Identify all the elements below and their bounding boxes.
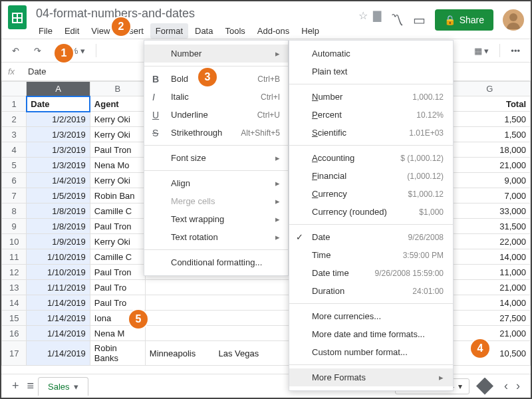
cell[interactable]: 7,000	[449, 188, 531, 203]
cell[interactable]: 33,000	[449, 203, 531, 219]
num-plaintext[interactable]: Plain text	[289, 63, 453, 80]
num-accounting[interactable]: Accounting$ (1,000.12)	[289, 149, 453, 167]
cell[interactable]: Camille C	[90, 249, 145, 265]
merge-icon[interactable]: ▦ ▾	[470, 43, 493, 59]
num-currency-rounded[interactable]: Currency (rounded)$1,000	[289, 203, 453, 221]
menu-format[interactable]: Format	[150, 23, 188, 39]
cell[interactable]: Robin Banks	[90, 341, 145, 366]
avatar[interactable]	[503, 9, 524, 31]
cell[interactable]: Paul Tro	[90, 280, 145, 295]
cell[interactable]: 1/5/2019	[27, 188, 90, 203]
num-percent[interactable]: Percent10.12%	[289, 106, 453, 124]
cell[interactable]: 1/4/2019	[27, 173, 90, 188]
doc-title[interactable]: 04-format-numbers-and-dates	[33, 5, 354, 22]
trend-icon[interactable]: 〽	[390, 13, 404, 28]
cell[interactable]: 1/3/2019	[27, 142, 90, 158]
cell[interactable]: 1/9/2019	[27, 234, 90, 249]
row-header[interactable]: 11	[2, 249, 27, 265]
cell[interactable]: 1/10/2019	[27, 249, 90, 265]
row-header[interactable]: 15	[2, 311, 27, 326]
row-header[interactable]: 3	[2, 127, 27, 142]
cell[interactable]: 1/11/2019	[27, 280, 90, 295]
folder-icon[interactable]: ▇	[373, 9, 381, 22]
cell[interactable]: 1,500	[449, 127, 531, 142]
format-wrap[interactable]: Text wrapping▸	[144, 210, 288, 228]
cell[interactable]: 11,000	[449, 265, 531, 280]
cell[interactable]: Paul Tron	[90, 142, 145, 158]
cell[interactable]: Paul Tron	[90, 265, 145, 280]
cell[interactable]: 18,000	[449, 142, 531, 158]
cell[interactable]: 1/14/2019	[27, 295, 90, 311]
cell-A1[interactable]: Date	[27, 96, 90, 112]
redo-icon[interactable]: ↷	[30, 43, 45, 59]
cell[interactable]: Kerry Oki	[90, 127, 145, 142]
formula-content[interactable]: Date	[28, 66, 46, 76]
row-header[interactable]: 7	[2, 188, 27, 203]
row-header[interactable]: 10	[2, 234, 27, 249]
menu-addons[interactable]: Add-ons	[252, 23, 295, 39]
cell[interactable]: 1/8/2019	[27, 203, 90, 219]
cell[interactable]: 1/14/2019	[27, 341, 90, 366]
undo-icon[interactable]: ↶	[8, 43, 23, 59]
cell[interactable]: Paul Tron	[90, 219, 145, 234]
row-header[interactable]: 8	[2, 203, 27, 219]
menu-file[interactable]: File	[33, 23, 58, 39]
share-button[interactable]: 🔒 Share	[435, 9, 493, 31]
all-sheets-icon[interactable]: ≡	[23, 379, 39, 393]
cell[interactable]: 1/3/2019	[27, 127, 90, 142]
scroll-left-icon[interactable]: ‹	[500, 379, 512, 393]
cell[interactable]: 10,500	[449, 341, 531, 366]
cell[interactable]: 27,500	[449, 311, 531, 326]
num-custom[interactable]: Custom number format...	[289, 343, 453, 361]
num-more-date[interactable]: More date and time formats...	[289, 325, 453, 343]
cell[interactable]: Nena Mo	[90, 158, 145, 173]
cell-G1[interactable]: Total	[449, 96, 531, 112]
explore-icon[interactable]	[476, 378, 493, 395]
col-header-B[interactable]: B	[90, 82, 145, 96]
num-more-currencies[interactable]: More currencies...	[289, 307, 453, 325]
cell[interactable]: 9,000	[449, 173, 531, 188]
row-header[interactable]: 16	[2, 326, 27, 341]
col-header-G[interactable]: G	[449, 82, 531, 96]
cell[interactable]: 1/14/2019	[27, 311, 90, 326]
row-header[interactable]: 5	[2, 158, 27, 173]
cell[interactable]: 22,000	[449, 234, 531, 249]
format-align[interactable]: Align▸	[144, 174, 288, 192]
num-financial[interactable]: Financial(1,000.12)	[289, 167, 453, 185]
num-date[interactable]: ✓Date9/26/2008	[289, 228, 453, 246]
cell[interactable]: Camille C	[90, 203, 145, 219]
format-strike[interactable]: SStrikethroughAlt+Shift+5	[144, 124, 288, 142]
menu-edit[interactable]: Edit	[59, 23, 84, 39]
row-header[interactable]: 13	[2, 280, 27, 295]
comments-icon[interactable]: ▭	[413, 12, 426, 28]
more-toolbar-icon[interactable]: •••	[507, 43, 524, 59]
format-rotation[interactable]: Text rotation▸	[144, 228, 288, 246]
star-icon[interactable]: ☆	[358, 9, 368, 22]
row-header[interactable]: 9	[2, 219, 27, 234]
num-scientific[interactable]: Scientific1.01E+03	[289, 124, 453, 142]
cell[interactable]: 1/10/2019	[27, 265, 90, 280]
cell[interactable]: 1,500	[449, 112, 531, 127]
menu-view[interactable]: View	[86, 23, 115, 39]
num-time[interactable]: Time3:59:00 PM	[289, 246, 453, 264]
cell[interactable]: 1/2/2019	[27, 112, 90, 127]
num-number[interactable]: Number1,000.12	[289, 88, 453, 106]
cell[interactable]: Robin Ban	[90, 188, 145, 203]
format-conditional[interactable]: Conditional formatting...	[144, 253, 288, 271]
row-header[interactable]: 4	[2, 142, 27, 158]
cell[interactable]: 1/14/2019	[27, 326, 90, 341]
cell[interactable]: Kerry Oki	[90, 173, 145, 188]
num-more-formats[interactable]: More Formats▸	[289, 368, 453, 386]
cell[interactable]: Kerry Oki	[90, 112, 145, 127]
cell[interactable]: 21,000	[449, 280, 531, 295]
cell[interactable]: 14,000	[449, 249, 531, 265]
row-header[interactable]: 17	[2, 341, 27, 366]
cell[interactable]: 14,000	[449, 295, 531, 311]
cell[interactable]: 1/3/2019	[27, 158, 90, 173]
col-header-A[interactable]: A	[27, 82, 90, 96]
cell[interactable]: 21,000	[449, 326, 531, 341]
cell-B1[interactable]: Agent	[90, 96, 145, 112]
format-italic[interactable]: IItalicCtrl+I	[144, 88, 288, 106]
menu-data[interactable]: Data	[190, 23, 218, 39]
menu-tools[interactable]: Tools	[219, 23, 250, 39]
